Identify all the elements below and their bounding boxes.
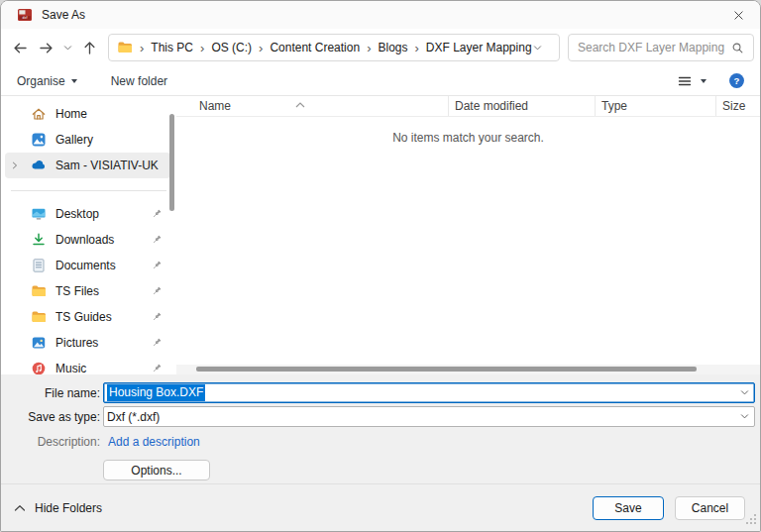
dxf-app-icon: dxf bbox=[17, 7, 33, 23]
organise-label: Organise bbox=[17, 74, 65, 88]
sidebar-divider bbox=[11, 190, 166, 191]
chevron-right-icon[interactable] bbox=[10, 160, 20, 170]
pin-icon bbox=[151, 234, 163, 246]
save-as-dialog: dxf Save As › This PC › OS bbox=[0, 0, 761, 532]
horizontal-scrollbar[interactable] bbox=[176, 365, 760, 374]
dialog-body: Home Gallery Sam - VISIATIV-UK Desktop D… bbox=[1, 96, 760, 374]
close-icon bbox=[732, 9, 745, 22]
column-header-size[interactable]: Size bbox=[715, 96, 760, 116]
view-caret-icon[interactable] bbox=[701, 79, 707, 83]
options-button[interactable]: Options... bbox=[103, 460, 210, 480]
file-name-value: Housing Box.DXF bbox=[107, 384, 205, 401]
sidebar-item-ts-guides[interactable]: TS Guides bbox=[1, 304, 176, 330]
breadcrumb-item-os-c[interactable]: OS (C:) bbox=[211, 41, 252, 54]
breadcrumb-item-this-pc[interactable]: This PC bbox=[151, 41, 193, 54]
breadcrumb-separator: › bbox=[415, 42, 419, 54]
desktop-icon bbox=[31, 206, 47, 222]
music-icon bbox=[31, 361, 47, 374]
save-as-type-label: Save as type: bbox=[1, 410, 100, 424]
file-list: Name Date modified Type Size No items ma… bbox=[176, 96, 760, 374]
sidebar-item-gallery[interactable]: Gallery bbox=[1, 127, 176, 153]
breadcrumb-item-dxf-layer-mapping[interactable]: DXF Layer Mapping bbox=[426, 41, 532, 54]
breadcrumb-separator: › bbox=[140, 42, 144, 54]
help-button[interactable]: ? bbox=[728, 72, 745, 89]
column-label: Name bbox=[199, 99, 231, 113]
search-icon bbox=[731, 42, 744, 54]
sidebar-item-pictures[interactable]: Pictures bbox=[1, 330, 176, 356]
folder-icon bbox=[31, 309, 47, 325]
file-name-label: File name: bbox=[1, 386, 100, 400]
save-as-type-row: Save as type: Dxf (*.dxf) bbox=[1, 406, 760, 427]
sidebar-item-label: Sam - VISIATIV-UK bbox=[55, 159, 159, 172]
breadcrumb-item-content-creation[interactable]: Content Creation bbox=[270, 41, 360, 54]
breadcrumb-separator: › bbox=[200, 42, 204, 54]
resize-grip[interactable] bbox=[745, 513, 757, 528]
sidebar-item-onedrive[interactable]: Sam - VISIATIV-UK bbox=[5, 153, 170, 178]
description-label: Description: bbox=[1, 435, 100, 449]
up-button[interactable] bbox=[76, 35, 102, 60]
new-folder-label: New folder bbox=[111, 74, 167, 88]
onedrive-cloud-icon bbox=[31, 158, 47, 173]
home-icon bbox=[31, 106, 47, 122]
pictures-icon bbox=[31, 335, 47, 351]
close-button[interactable] bbox=[716, 1, 760, 29]
hide-folders-button[interactable]: Hide Folders bbox=[14, 501, 102, 515]
folder-icon bbox=[117, 40, 133, 55]
address-bar[interactable]: › This PC › OS (C:) › Content Creation ›… bbox=[108, 34, 560, 61]
new-folder-button[interactable]: New folder bbox=[111, 74, 167, 88]
save-as-type-select[interactable]: Dxf (*.dxf) bbox=[103, 406, 755, 427]
sidebar-item-label: Downloads bbox=[55, 233, 114, 247]
chevron-down-icon[interactable] bbox=[739, 387, 750, 398]
recent-locations-button[interactable] bbox=[58, 35, 76, 60]
address-dropdown-button[interactable] bbox=[532, 43, 543, 53]
file-list-header: Name Date modified Type Size bbox=[176, 96, 760, 117]
gallery-icon bbox=[31, 132, 47, 148]
file-name-input[interactable]: Housing Box.DXF bbox=[103, 382, 755, 403]
pin-icon bbox=[151, 208, 163, 220]
cancel-button-label: Cancel bbox=[692, 501, 728, 515]
chevron-down-icon bbox=[62, 43, 73, 53]
sidebar-item-desktop[interactable]: Desktop bbox=[1, 201, 176, 227]
navigation-pane: Home Gallery Sam - VISIATIV-UK Desktop D… bbox=[1, 96, 176, 374]
add-description-link[interactable]: Add a description bbox=[108, 435, 200, 449]
organise-button[interactable]: Organise bbox=[17, 74, 77, 88]
sidebar-item-label: TS Files bbox=[55, 284, 99, 298]
search-input[interactable] bbox=[578, 41, 731, 54]
column-label: Size bbox=[722, 99, 745, 113]
sidebar-item-downloads[interactable]: Downloads bbox=[1, 227, 176, 253]
sidebar-item-documents[interactable]: Documents bbox=[1, 253, 176, 278]
sidebar-item-ts-files[interactable]: TS Files bbox=[1, 278, 176, 304]
view-options-button[interactable] bbox=[677, 73, 693, 89]
breadcrumb-separator: › bbox=[367, 42, 371, 54]
documents-icon bbox=[31, 258, 47, 273]
column-label: Type bbox=[601, 99, 627, 113]
column-header-name[interactable]: Name bbox=[176, 96, 448, 116]
description-row: Description: Add a description bbox=[1, 434, 760, 449]
column-header-type[interactable]: Type bbox=[595, 96, 715, 116]
up-arrow-icon bbox=[81, 40, 98, 56]
forward-button[interactable] bbox=[33, 35, 58, 60]
sidebar-item-label: TS Guides bbox=[55, 310, 112, 324]
pin-icon bbox=[151, 363, 163, 374]
chevron-down-icon[interactable] bbox=[739, 411, 750, 422]
downloads-icon bbox=[31, 232, 47, 248]
back-button[interactable] bbox=[7, 35, 33, 60]
navigation-bar: › This PC › OS (C:) › Content Creation ›… bbox=[1, 29, 760, 66]
file-name-row: File name: Housing Box.DXF bbox=[1, 382, 760, 403]
sidebar-item-label: Pictures bbox=[55, 336, 98, 350]
horizontal-scrollbar-thumb[interactable] bbox=[196, 367, 697, 372]
title-bar: dxf Save As bbox=[1, 1, 760, 29]
column-header-date-modified[interactable]: Date modified bbox=[448, 96, 595, 116]
sidebar-item-label: Documents bbox=[55, 259, 116, 272]
pin-icon bbox=[151, 311, 163, 323]
sidebar-item-home[interactable]: Home bbox=[1, 101, 176, 127]
cancel-button[interactable]: Cancel bbox=[675, 496, 745, 520]
window-title: Save As bbox=[42, 8, 85, 22]
refresh-button[interactable] bbox=[557, 41, 560, 54]
sidebar-item-music[interactable]: Music bbox=[1, 356, 176, 374]
save-button[interactable]: Save bbox=[593, 496, 664, 520]
sidebar-scrollbar[interactable] bbox=[169, 114, 174, 211]
search-box[interactable] bbox=[568, 34, 754, 61]
breadcrumb-item-blogs[interactable]: Blogs bbox=[378, 41, 407, 54]
back-arrow-icon bbox=[12, 40, 29, 56]
